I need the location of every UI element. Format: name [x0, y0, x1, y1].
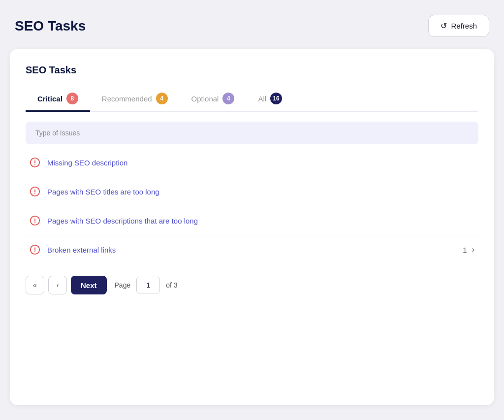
total-pages: 3	[174, 281, 178, 289]
tab-bar: Critical 8 Recommended 4 Optional 4 All …	[26, 88, 478, 112]
tab-optional[interactable]: Optional 4	[180, 88, 247, 112]
tab-recommended-label: Recommended	[102, 95, 152, 103]
tab-optional-badge: 4	[222, 93, 234, 104]
tab-critical[interactable]: Critical 8	[26, 88, 90, 112]
card-title: SEO Tasks	[26, 65, 478, 76]
svg-point-2	[34, 164, 35, 165]
svg-point-5	[34, 193, 35, 194]
prev-page-button[interactable]: ‹	[48, 276, 67, 294]
issue-text-3: Pages with SEO descriptions that are too…	[47, 217, 198, 225]
page-of-text: of 3	[166, 281, 177, 289]
tab-critical-badge: 8	[66, 93, 78, 104]
next-page-button[interactable]: Next	[71, 276, 107, 294]
page-label: Page	[115, 281, 131, 289]
first-page-button[interactable]: «	[26, 276, 44, 294]
page-title: SEO Tasks	[15, 18, 86, 34]
tab-optional-label: Optional	[191, 95, 219, 103]
warning-icon-1	[30, 157, 40, 168]
warning-icon-2	[30, 186, 40, 197]
warning-icon-4	[30, 244, 40, 255]
section-header: Type of Issues	[26, 122, 478, 144]
svg-point-8	[34, 222, 35, 223]
refresh-label: Refresh	[451, 22, 477, 30]
pagination: « ‹ Next Page of 3	[26, 276, 478, 294]
issue-left-4: Broken external links	[30, 244, 116, 255]
issue-text-1: Missing SEO description	[47, 159, 127, 167]
main-card: SEO Tasks Critical 8 Recommended 4 Optio…	[10, 49, 494, 405]
issue-left-2: Pages with SEO titles are too long	[30, 186, 159, 197]
issues-list: Missing SEO description Pages with SEO t…	[26, 148, 478, 264]
tab-recommended-badge: 4	[156, 93, 168, 104]
svg-point-11	[34, 251, 35, 252]
tab-all[interactable]: All 16	[246, 88, 294, 112]
chevron-right-icon: ›	[472, 245, 474, 254]
section-header-text: Type of Issues	[35, 129, 80, 137]
issue-row[interactable]: Pages with SEO descriptions that are too…	[26, 206, 478, 235]
page-number-input[interactable]	[136, 277, 160, 293]
issue-count-4: 1	[463, 246, 467, 254]
refresh-icon: ↺	[441, 21, 447, 31]
issue-left-1: Missing SEO description	[30, 157, 127, 168]
tab-all-label: All	[258, 95, 266, 103]
tab-critical-label: Critical	[37, 95, 63, 103]
refresh-button[interactable]: ↺ Refresh	[428, 15, 489, 37]
issue-row[interactable]: Pages with SEO titles are too long	[26, 177, 478, 206]
issue-right-4: 1 ›	[463, 245, 474, 254]
issue-text-2: Pages with SEO titles are too long	[47, 188, 159, 196]
warning-icon-3	[30, 215, 40, 226]
issue-row[interactable]: Broken external links 1 ›	[26, 235, 478, 264]
issue-row[interactable]: Missing SEO description	[26, 148, 478, 177]
tab-all-badge: 16	[270, 93, 282, 104]
issue-text-4: Broken external links	[47, 246, 116, 254]
tab-recommended[interactable]: Recommended 4	[90, 88, 180, 112]
issue-left-3: Pages with SEO descriptions that are too…	[30, 215, 198, 226]
